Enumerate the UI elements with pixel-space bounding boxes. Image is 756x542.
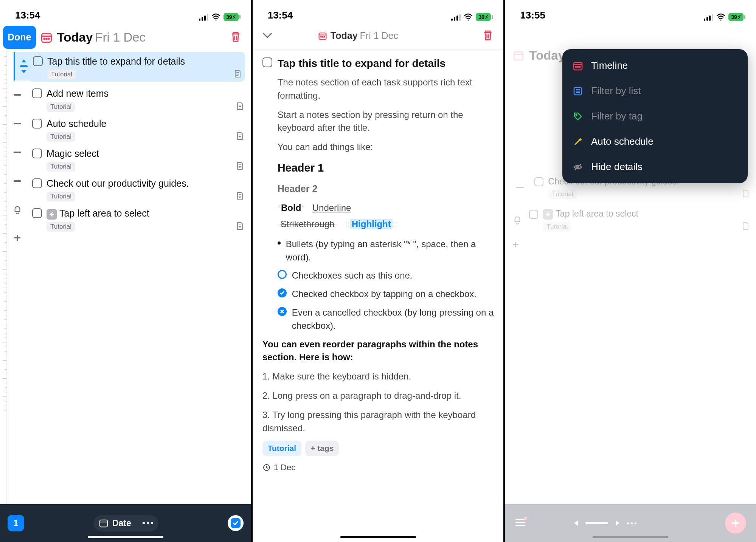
- svg-point-35: [324, 36, 324, 37]
- timeline-slot[interactable]: [7, 195, 28, 224]
- task-notes[interactable]: The notes section of each task supports …: [262, 76, 494, 474]
- timeline-slot[interactable]: [7, 167, 28, 195]
- cellular-icon: [199, 13, 208, 21]
- task-tag[interactable]: Tutorial: [47, 70, 76, 79]
- checkbox-cancelled-icon[interactable]: [278, 307, 287, 316]
- note-checkbox-open[interactable]: Checkboxes such as this one.: [262, 269, 494, 282]
- task-item[interactable]: Magic select Tutorial: [28, 144, 247, 174]
- note-icon: [236, 102, 244, 112]
- note-checkbox-cancelled[interactable]: Even a cancelled checkbox (by long press…: [262, 306, 494, 333]
- timeline-slot[interactable]: [7, 138, 28, 167]
- minus-icon: [14, 180, 21, 182]
- task-item[interactable]: Check out our productivity guides. Tutor…: [28, 174, 247, 204]
- task-tag[interactable]: Tutorial: [47, 102, 75, 112]
- svg-point-4: [46, 38, 47, 39]
- note-paragraph[interactable]: 3. Try long pressing this paragraph with…: [262, 409, 494, 435]
- task-item[interactable]: Tap left area to select Tutorial: [28, 204, 247, 234]
- note-icon: [236, 192, 244, 201]
- chevron-right-icon: [616, 520, 619, 526]
- task-title[interactable]: Magic select: [47, 148, 99, 160]
- home-indicator[interactable]: [88, 536, 163, 538]
- minus-icon: [20, 65, 28, 67]
- home-indicator[interactable]: [593, 536, 668, 538]
- task-item[interactable]: Add new items Tutorial: [28, 84, 247, 114]
- task-checkbox[interactable]: [32, 178, 42, 188]
- task-tag[interactable]: Tutorial: [47, 132, 75, 142]
- svg-rect-28: [100, 520, 107, 527]
- task-item[interactable]: Auto schedule Tutorial: [28, 114, 247, 144]
- status-bar: 13:55 39⚡︎: [505, 0, 756, 23]
- collapse-button[interactable]: [259, 31, 275, 41]
- chevron-left-icon: [574, 520, 578, 526]
- task-tag[interactable]: Tutorial: [262, 441, 301, 456]
- task-item: Tap left area to select Tutorial: [529, 208, 749, 232]
- timeline-slot[interactable]: [7, 109, 28, 138]
- svg-point-47: [577, 66, 579, 67]
- task-title[interactable]: Check out our productivity guides.: [47, 178, 189, 189]
- delete-button[interactable]: [227, 28, 244, 46]
- task-title[interactable]: Tap left area to select: [47, 208, 149, 219]
- note-format-row[interactable]: *Bold* Underline: [262, 201, 494, 215]
- note-paragraph[interactable]: 1. Make sure the keyboard is hidden.: [262, 370, 494, 383]
- battery-icon: 39⚡︎: [728, 13, 745, 21]
- status-time: 13:54: [15, 9, 40, 21]
- menu-item-auto-schedule[interactable]: Auto schedule: [562, 129, 748, 154]
- note-paragraph[interactable]: The notes section of each task supports …: [262, 76, 494, 102]
- task-tag[interactable]: Tutorial: [47, 162, 75, 172]
- menu-item-filter-tag[interactable]: Filter by tag: [562, 104, 748, 129]
- note-paragraph[interactable]: 2. Long press on a paragraph to drag-and…: [262, 389, 494, 403]
- note-checkbox-checked[interactable]: Checked checkbox by tapping on a checkbo…: [262, 288, 494, 301]
- note-heading-1[interactable]: Header 1: [262, 160, 494, 176]
- date-picker-button[interactable]: Date: [93, 515, 158, 531]
- task-item[interactable]: Tap this title to expand for details Tut…: [28, 52, 245, 82]
- add-task-button[interactable]: [725, 513, 746, 534]
- task-title[interactable]: Tap this title to expand for details: [47, 56, 185, 67]
- task-checkbox[interactable]: [32, 208, 42, 218]
- timeline-handle-selected[interactable]: [14, 52, 33, 81]
- cellular-icon: [451, 13, 461, 21]
- task-checkbox[interactable]: [32, 149, 42, 158]
- note-paragraph-bold[interactable]: You can even reorder paragraphs within t…: [262, 338, 494, 364]
- status-bar: 13:54 39⚡︎: [253, 0, 504, 23]
- checkbox-open-icon[interactable]: [278, 270, 287, 279]
- task-checkbox[interactable]: [32, 88, 42, 98]
- task-tag[interactable]: Tutorial: [47, 192, 75, 201]
- task-checkbox[interactable]: [32, 119, 42, 129]
- delete-button[interactable]: [479, 26, 497, 45]
- checkbox-checked-icon[interactable]: [278, 288, 287, 297]
- task-title[interactable]: Auto schedule: [47, 118, 106, 130]
- menu-button[interactable]: [515, 518, 526, 528]
- notification-dot-icon: [524, 517, 527, 520]
- wifi-icon: [211, 13, 220, 21]
- menu-item-filter-list[interactable]: Filter by list: [562, 78, 748, 104]
- menu-item-label: Filter by tag: [591, 110, 643, 122]
- timeline-slot-add[interactable]: [7, 224, 28, 253]
- nav-controls[interactable]: [574, 520, 636, 526]
- battery-icon: 39⚡︎: [224, 13, 241, 21]
- task-tag[interactable]: Tutorial: [47, 222, 75, 232]
- note-icon: [236, 162, 244, 172]
- minus-icon: [14, 94, 21, 96]
- menu-item-hide-details[interactable]: Hide details: [562, 154, 748, 180]
- due-date-row[interactable]: 1 Dec: [262, 461, 494, 474]
- minus-icon: [14, 152, 21, 153]
- add-tag-button[interactable]: + tags: [305, 441, 339, 456]
- selection-count-badge[interactable]: 1: [8, 515, 24, 531]
- task-title[interactable]: Add new items: [47, 88, 109, 99]
- page-title[interactable]: TodayFri 1 Dec: [331, 30, 398, 41]
- home-indicator[interactable]: [340, 536, 416, 538]
- task-checkbox[interactable]: [33, 56, 43, 66]
- timeline-slot[interactable]: [7, 81, 28, 109]
- confirm-button[interactable]: [228, 515, 244, 531]
- done-button[interactable]: Done: [3, 26, 36, 49]
- note-paragraph[interactable]: Start a notes section by pressing return…: [262, 108, 494, 135]
- note-bullet[interactable]: Bullets (by typing an asterisk "* ", spa…: [262, 238, 494, 264]
- left-arrow-icon: [543, 209, 553, 220]
- note-paragraph[interactable]: You can add things like:: [262, 141, 494, 154]
- task-checkbox[interactable]: [262, 57, 272, 67]
- task-title[interactable]: Tap this title to expand for details: [278, 57, 446, 70]
- note-heading-2[interactable]: Header 2: [262, 182, 494, 195]
- menu-item-timeline[interactable]: Timeline: [562, 53, 748, 78]
- note-icon: [234, 70, 241, 79]
- note-format-row[interactable]: -Strikethrough- ::Highlight::: [262, 218, 494, 231]
